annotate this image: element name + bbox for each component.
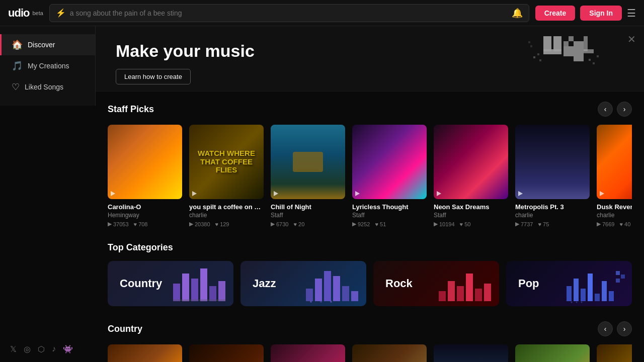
play-count: ▶ 37053 (108, 221, 129, 227)
svg-point-31 (310, 301, 312, 303)
list-item[interactable]: Chill of Night Staff ▶ 6730 ♥ 20 (271, 125, 345, 227)
like-count: ♥ 51 (375, 221, 386, 227)
prev-arrow[interactable]: ‹ (598, 102, 613, 117)
tiktok-icon[interactable]: ♪ (52, 344, 56, 354)
rock-graphic (434, 261, 494, 306)
sidebar-item-liked[interactable]: ♡ Liked Songs (0, 76, 95, 98)
sidebar-item-discover[interactable]: 🏠 Discover (0, 34, 95, 55)
list-item[interactable] (271, 344, 345, 362)
card-stats: ▶ 37053 ♥ 708 (108, 221, 182, 227)
play-count: ▶ 7669 (597, 221, 614, 227)
card-stats: ▶ 7669 ♥ 40 (597, 221, 632, 227)
staff-picks-header: Staff Picks ‹ › (108, 102, 632, 117)
svg-rect-36 (457, 286, 464, 301)
list-item[interactable] (108, 344, 182, 362)
twitter-icon[interactable]: 𝕏 (10, 344, 17, 354)
svg-rect-8 (533, 56, 535, 58)
card-thumbnail (434, 125, 508, 199)
sidebar-item-creations-label: My Creations (28, 62, 69, 70)
top-categories-title: Top Categories (108, 242, 173, 253)
svg-point-33 (330, 301, 332, 303)
close-icon[interactable]: ✕ (627, 33, 636, 45)
sidebar: 🏠 Discover 🎵 My Creations ♡ Liked Songs (0, 26, 96, 106)
card-thumbnail (271, 344, 345, 362)
svg-rect-29 (342, 286, 349, 301)
categories-row: Country (108, 261, 632, 306)
svg-rect-34 (439, 291, 446, 301)
next-arrow[interactable]: › (617, 102, 632, 117)
card-title: you spilt a coffee on my dog (189, 203, 264, 211)
sidebar-item-creations[interactable]: 🎵 My Creations (0, 55, 95, 76)
category-jazz[interactable]: Jazz (240, 261, 366, 306)
like-count: ♥ 50 (460, 221, 471, 227)
category-pop-label: Pop (518, 277, 539, 290)
bolt-icon: ⚡ (56, 8, 66, 18)
svg-rect-48 (621, 275, 625, 279)
svg-rect-21 (200, 268, 207, 301)
staff-picks-title: Staff Picks (108, 104, 154, 115)
like-count: ♥ 75 (538, 221, 549, 227)
list-item[interactable]: Metropolis Pt. 3 charlie ▶ 7737 ♥ 75 (515, 125, 590, 227)
svg-rect-35 (448, 281, 455, 301)
card-artist: charlie (597, 212, 632, 219)
country-graphic (168, 261, 228, 306)
list-item[interactable]: WATCH WHERE THAT COFFEE FLIES you spilt … (189, 125, 264, 227)
svg-rect-6 (574, 51, 584, 61)
country-next-arrow[interactable]: › (617, 321, 632, 336)
svg-point-50 (571, 302, 573, 303)
svg-rect-22 (209, 286, 216, 301)
category-rock[interactable]: Rock (373, 261, 499, 306)
list-item[interactable] (189, 344, 264, 362)
svg-rect-13 (597, 55, 599, 57)
list-item[interactable]: Carolina-O Hemingway ▶ 37053 ♥ 708 (108, 125, 182, 227)
list-item[interactable]: Lyricless Thought Staff ▶ 9252 ♥ 51 (352, 125, 427, 227)
country-header: Country ‹ › (108, 321, 632, 336)
top-categories-section: Top Categories Country (96, 232, 644, 311)
search-bar[interactable]: ⚡ 🔔 (49, 4, 529, 22)
music-icon: 🎵 (12, 60, 23, 71)
country-section: Country ‹ › (96, 311, 644, 362)
category-jazz-label: Jazz (253, 277, 276, 290)
search-input[interactable] (70, 9, 508, 17)
svg-rect-27 (324, 271, 331, 301)
svg-rect-40 (567, 286, 572, 301)
main-layout: 🏠 Discover 🎵 My Creations ♡ Liked Songs … (0, 26, 644, 362)
svg-rect-17 (584, 49, 594, 53)
content: Make your music Learn how to create ✕ (96, 26, 644, 362)
country-prev-arrow[interactable]: ‹ (598, 321, 613, 336)
category-country[interactable]: Country (108, 261, 233, 306)
list-item[interactable]: Dusk Reverie charlie ▶ 7669 ♥ 40 (597, 125, 632, 227)
learn-button[interactable]: Learn how to create (116, 69, 191, 84)
list-item[interactable] (597, 344, 632, 362)
country-cards (108, 344, 632, 362)
sidebar-wrapper: 🏠 Discover 🎵 My Creations ♡ Liked Songs … (0, 26, 96, 362)
category-pop[interactable]: Pop (506, 261, 632, 306)
play-icon (111, 191, 115, 196)
discord-icon[interactable]: ⬡ (38, 344, 45, 354)
svg-rect-0 (543, 36, 551, 51)
card-title: Metropolis Pt. 3 (515, 203, 590, 211)
svg-rect-3 (564, 41, 569, 46)
card-title: Chill of Night (271, 203, 345, 211)
create-button[interactable]: Create (535, 6, 576, 21)
signin-button[interactable]: Sign In (580, 6, 622, 21)
reddit-icon[interactable]: 👾 (63, 344, 73, 354)
menu-icon[interactable]: ☰ (627, 7, 636, 19)
hero-banner: Make your music Learn how to create ✕ (96, 26, 644, 92)
instagram-icon[interactable]: ◎ (24, 344, 31, 354)
pop-graphic (561, 261, 627, 306)
staff-picks-nav: ‹ › (598, 102, 632, 117)
list-item[interactable] (352, 344, 427, 362)
country-nav: ‹ › (598, 321, 632, 336)
svg-rect-25 (306, 289, 313, 301)
sidebar-item-discover-label: Discover (28, 41, 55, 49)
card-title: Neon Sax Dreams (434, 203, 508, 211)
list-item[interactable]: Neon Sax Dreams Staff ▶ 10194 ♥ 50 (434, 125, 508, 227)
list-item[interactable] (434, 344, 508, 362)
svg-rect-26 (315, 279, 322, 301)
country-title: Country (108, 324, 142, 334)
play-count: ▶ 20380 (189, 221, 210, 227)
notifications-icon[interactable]: 🔔 (512, 8, 523, 19)
list-item[interactable] (515, 344, 590, 362)
svg-rect-42 (581, 289, 586, 301)
